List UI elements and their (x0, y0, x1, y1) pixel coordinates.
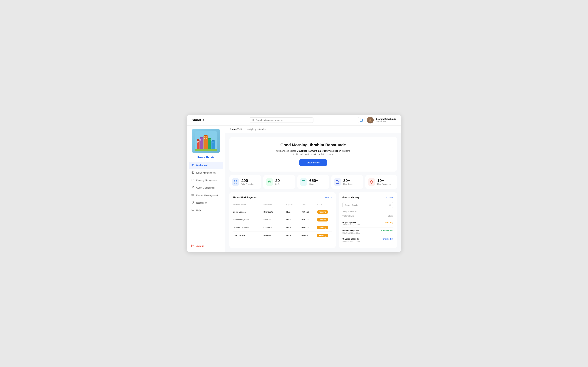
svg-rect-36 (193, 165, 194, 166)
stat-number-staffs: 20 (275, 179, 280, 183)
cell-id: Bright1246 (263, 211, 286, 213)
logout-label: Log out (196, 245, 204, 247)
guest-icon (191, 186, 195, 190)
payment-title: Unverified Payment (233, 196, 257, 199)
svg-rect-11 (200, 137, 203, 138)
guest-name: Damilola Oyeleke (342, 229, 360, 232)
sidebar-item-payment-management[interactable]: Payment Management (189, 192, 223, 199)
calendar-button[interactable] (358, 117, 364, 123)
stat-number-properties: 400 (241, 179, 254, 183)
user-subtitle: Peace Estate (376, 120, 396, 122)
col-payment: Payment (286, 203, 302, 206)
stat-label-chats: Chats (309, 183, 318, 185)
svg-rect-33 (192, 164, 192, 165)
svg-rect-15 (208, 138, 211, 139)
sidebar-item-guest-management[interactable]: Guest Management (189, 184, 223, 191)
cell-date: 06/04/23 (302, 226, 317, 229)
guest-search-input[interactable] (345, 204, 388, 206)
guest-col-status: Status (388, 215, 393, 217)
sidebar-item-dashboard[interactable]: Dashboard (189, 162, 223, 169)
svg-rect-10 (200, 138, 203, 149)
user-profile[interactable]: Ibrahim Babatunde Peace Estate (367, 117, 396, 124)
stat-info-emergency: 10+ New Emergency (377, 179, 391, 185)
view-issues-button[interactable]: View Issues (299, 159, 327, 166)
table-row: Olamide Olabode Ola22345 N70k 06/04/23 P… (233, 224, 332, 232)
guest-time: 30th Mar,2023,11:00am (342, 224, 360, 226)
search-bar[interactable] (249, 117, 313, 123)
guest-card: Guest History View All Today 05/04/2023 … (339, 192, 397, 248)
cell-date: 06/04/23 (302, 211, 317, 213)
svg-rect-43 (236, 181, 237, 182)
guest-search-icon (389, 204, 391, 206)
payment-card: Unverified Payment View All Resident Nam… (229, 192, 336, 248)
sidebar-item-estate-management[interactable]: Estate Management (189, 169, 223, 176)
svg-line-1 (253, 121, 254, 121)
cell-name: John Olamide (233, 234, 263, 236)
search-input[interactable] (256, 119, 311, 121)
calendar-icon (359, 118, 363, 122)
cell-status: Pending (317, 226, 332, 229)
sub-nav-multiple-codes[interactable]: Multiple guest codes (247, 125, 266, 133)
logout-button[interactable]: Log out (187, 242, 225, 249)
cell-status: Pending (317, 210, 332, 214)
reports-icon (334, 178, 341, 186)
svg-rect-27 (206, 138, 207, 139)
svg-rect-35 (192, 165, 192, 166)
col-date: Date (302, 203, 317, 206)
guest-col-name: Visitor's Name (342, 215, 354, 217)
svg-rect-14 (208, 139, 211, 149)
cell-payment: N70k (286, 234, 302, 236)
chats-icon (300, 178, 307, 186)
status-badge: Pending (317, 210, 328, 214)
payment-view-all[interactable]: View All (325, 196, 332, 199)
cell-status: Pending (317, 234, 332, 237)
guest-row: Damilola Oyeleke 30th Mar,2023,11:00am C… (342, 228, 393, 236)
cell-id: Dami1234 (263, 219, 286, 221)
svg-rect-34 (193, 164, 194, 165)
guest-view-all[interactable]: View All (386, 196, 393, 199)
guest-name: Bright Eguasa (342, 221, 360, 224)
svg-rect-42 (234, 181, 235, 182)
stat-card-emergency: 10+ New Emergency (365, 175, 397, 189)
payment-management-label: Payment Management (196, 194, 218, 197)
stat-label-reports: New Report (343, 183, 353, 185)
stat-label-staffs: Staffs (275, 183, 280, 185)
stat-label-properties: Total Properties (241, 183, 254, 185)
user-info: Ibrahim Babatunde Peace Estate (376, 118, 396, 122)
guest-time: 30th Mar,2023,11:00am (342, 232, 360, 234)
cell-date: 06/04/23 (302, 219, 317, 221)
payment-rows: Bright Eguasa Bright1246 N50k 06/04/23 P… (233, 208, 332, 239)
notification-label: Notification (196, 201, 207, 204)
guest-name: Olamide Olabode (342, 238, 360, 240)
guest-status: Checked-out (381, 229, 393, 232)
property-management-label: Property Management (196, 179, 218, 182)
cell-name: Damilola Oyeleke (233, 219, 263, 221)
svg-rect-29 (210, 140, 211, 140)
notification-icon (191, 201, 195, 204)
stat-info-staffs: 20 Staffs (275, 179, 280, 185)
guest-search[interactable] (342, 202, 393, 208)
sub-nav-create-visit[interactable]: Create Visit (230, 125, 242, 133)
cell-payment: N50k (286, 211, 302, 213)
stat-info-chats: 650+ Chats (309, 179, 318, 185)
header-search (208, 117, 354, 123)
sidebar-item-help[interactable]: Help (189, 207, 223, 214)
svg-rect-2 (360, 119, 363, 121)
estate-management-label: Estate Management (196, 172, 215, 174)
sidebar-item-property-management[interactable]: Property Management (189, 177, 223, 184)
logout-icon (191, 244, 194, 248)
status-badge: Pending (317, 218, 328, 222)
cell-date: 06/04/23 (302, 234, 317, 236)
dashboard-label: Dashboard (196, 164, 207, 167)
cell-name: Olamide Olabode (233, 226, 263, 229)
svg-rect-30 (212, 142, 213, 142)
stats-row: 400 Total Properties 20 Staffs (229, 175, 397, 189)
svg-rect-13 (204, 135, 207, 136)
payment-card-header: Unverified Payment View All (233, 196, 332, 199)
stat-card-chats: 650+ Chats (297, 175, 329, 189)
sidebar-item-notification[interactable]: Notification (189, 199, 223, 206)
table-row: John Olamide Mide2123 N70k 06/04/23 Pend… (233, 232, 332, 239)
guest-date-label: Today 05/04/2023 (342, 210, 393, 212)
svg-rect-25 (206, 136, 207, 137)
user-name: Ibrahim Babatunde (376, 118, 396, 120)
